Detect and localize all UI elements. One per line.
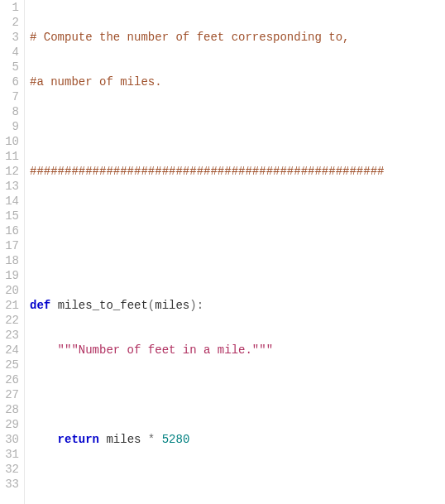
line-number: 24	[0, 343, 19, 358]
line-number: 19	[0, 268, 19, 283]
line-number: 16	[0, 223, 19, 238]
code-line: #a number of miles.	[30, 74, 445, 89]
keyword-return: return	[58, 433, 99, 446]
code-line: ########################################…	[30, 164, 445, 179]
line-number: 4	[0, 45, 19, 60]
paren-open: (	[148, 299, 155, 312]
code-area[interactable]: # Compute the number of feet correspondi…	[25, 0, 445, 504]
line-number: 8	[0, 104, 19, 119]
comment-text: # Compute the number of feet correspondi…	[30, 31, 349, 44]
line-number: 9	[0, 119, 19, 134]
comment-text: #a number of miles.	[30, 75, 162, 89]
line-number: 21	[0, 298, 19, 313]
code-line: # Compute the number of feet correspondi…	[30, 30, 445, 45]
indent	[30, 433, 58, 446]
line-number: 32	[0, 462, 19, 477]
line-number: 2	[0, 15, 19, 30]
code-line	[30, 387, 445, 402]
keyword-def: def	[30, 299, 50, 312]
code-line	[30, 119, 445, 134]
line-number: 11	[0, 149, 19, 164]
code-line	[30, 253, 445, 268]
code-line	[30, 477, 445, 492]
code-line	[30, 209, 445, 223]
colon: :	[197, 299, 203, 312]
parameter: miles	[155, 299, 189, 312]
line-number: 31	[0, 447, 19, 462]
line-number: 33	[0, 477, 19, 492]
line-number: 17	[0, 238, 19, 253]
line-number: 30	[0, 432, 19, 447]
indent	[30, 343, 58, 357]
line-number: 15	[0, 209, 19, 223]
line-number: 1	[0, 0, 19, 15]
line-number: 13	[0, 179, 19, 194]
line-number: 18	[0, 253, 19, 268]
line-number: 26	[0, 372, 19, 387]
docstring: """Number of feet in a mile."""	[58, 343, 273, 357]
line-number: 20	[0, 283, 19, 298]
line-number: 6	[0, 74, 19, 89]
line-number: 14	[0, 194, 19, 209]
line-number: 29	[0, 417, 19, 432]
comment-text: ########################################…	[30, 165, 384, 178]
code-line: def miles_to_feet(miles):	[30, 298, 445, 313]
line-number: 7	[0, 89, 19, 104]
line-number: 5	[0, 60, 19, 74]
line-number: 27	[0, 387, 19, 402]
line-number: 22	[0, 313, 19, 328]
identifier: miles	[106, 433, 141, 446]
line-number: 25	[0, 358, 19, 372]
code-line: """Number of feet in a mile."""	[30, 343, 445, 358]
code-line: return miles * 5280	[30, 432, 445, 447]
code-editor[interactable]: 1234567891011121314151617181920212223242…	[0, 0, 445, 504]
number-literal: 5280	[162, 433, 190, 446]
paren-close: )	[189, 299, 196, 312]
function-name: miles_to_feet	[58, 299, 148, 312]
operator: *	[141, 433, 161, 446]
line-number: 12	[0, 164, 19, 179]
line-number: 28	[0, 402, 19, 417]
line-number: 10	[0, 134, 19, 149]
line-number: 23	[0, 328, 19, 343]
line-number-gutter: 1234567891011121314151617181920212223242…	[0, 0, 25, 504]
line-number: 3	[0, 30, 19, 45]
